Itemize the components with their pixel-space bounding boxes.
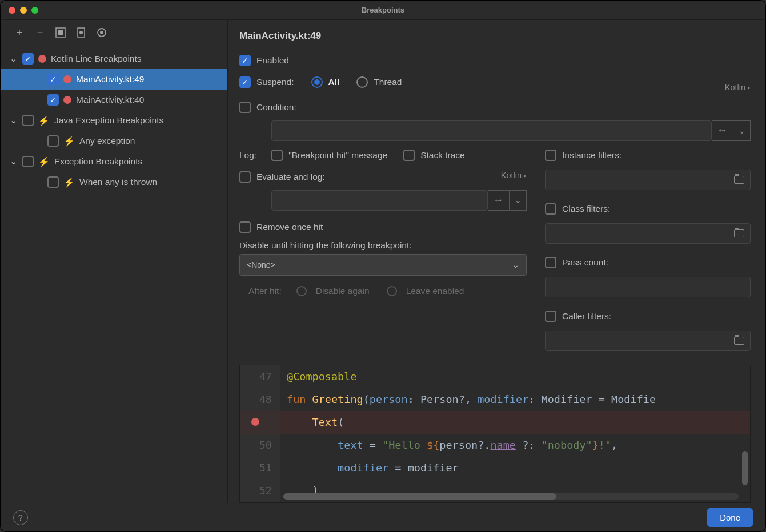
remove-once-label: Remove once hit <box>256 222 323 232</box>
tree-label: Java Exception Breakpoints <box>54 115 163 126</box>
log-hit-checkbox[interactable] <box>271 150 283 161</box>
class-filters-input[interactable] <box>545 223 751 244</box>
titlebar: Breakpoints <box>1 1 765 20</box>
chevron-down-icon: ⌄ <box>512 260 519 269</box>
tree-item-any-exception[interactable]: ⚡ Any exception <box>1 131 227 151</box>
tree-item-mainactivity-49[interactable]: MainActivity.kt:49 <box>1 69 227 90</box>
after-leave-label: Leave enabled <box>406 286 464 296</box>
checkbox[interactable] <box>22 53 34 65</box>
breakpoint-icon <box>63 75 71 83</box>
suspend-label: Suspend: <box>256 77 294 87</box>
tree-group-java-exception[interactable]: ⌄ ⚡ Java Exception Breakpoints <box>1 110 227 131</box>
breakpoint-icon <box>38 55 46 63</box>
gutter[interactable]: 51 <box>240 457 280 479</box>
help-button[interactable]: ? <box>13 510 28 525</box>
class-filters-checkbox[interactable] <box>545 203 556 215</box>
checkbox[interactable] <box>47 135 59 147</box>
pass-count-checkbox[interactable] <box>545 257 556 268</box>
browse-icon[interactable] <box>734 337 744 345</box>
vertical-scrollbar[interactable] <box>742 451 748 485</box>
tree-label: Any exception <box>79 136 135 146</box>
after-leave-radio <box>387 286 397 296</box>
gutter[interactable]: 48 <box>240 388 280 411</box>
done-button[interactable]: Done <box>707 508 753 527</box>
breakpoint-icon[interactable] <box>251 418 259 426</box>
disable-until-select[interactable]: <None> ⌄ <box>239 254 527 276</box>
gutter[interactable] <box>240 411 280 434</box>
caller-filters-checkbox[interactable] <box>545 311 556 322</box>
group-by-file-icon[interactable] <box>75 26 87 39</box>
eval-checkbox[interactable] <box>239 171 251 183</box>
gutter[interactable]: 50 <box>240 434 280 457</box>
condition-label: Condition: <box>256 102 296 112</box>
instance-filters-checkbox[interactable] <box>545 150 556 161</box>
condition-input[interactable] <box>271 120 712 141</box>
tree-toolbar: + − <box>1 20 227 45</box>
caller-filters-label: Caller filters: <box>562 311 611 321</box>
log-label: Log: <box>239 150 256 160</box>
condition-lang-hint[interactable]: Kotlin ▸ <box>725 83 751 92</box>
remove-icon[interactable]: − <box>34 26 46 39</box>
exception-icon: ⚡ <box>38 115 50 126</box>
after-disable-radio <box>296 286 307 296</box>
gutter[interactable]: 47 <box>240 365 280 388</box>
breakpoints-dialog: Breakpoints + − ⌄ Kotlin Line Breakpoint… <box>0 0 766 532</box>
tree-label: MainActivity.kt:40 <box>76 95 144 105</box>
tree-group-kotlin-line[interactable]: ⌄ Kotlin Line Breakpoints <box>1 49 227 69</box>
expand-icon[interactable]: ⤢ <box>488 190 510 211</box>
tree-label: Exception Breakpoints <box>54 156 142 167</box>
dropdown-icon[interactable]: ⌄ <box>510 190 527 211</box>
expand-icon[interactable]: ⤢ <box>712 120 733 141</box>
chevron-icon: ▸ <box>748 84 751 91</box>
after-hit-label: After hit: <box>248 286 282 296</box>
pass-count-label: Pass count: <box>562 257 608 268</box>
enabled-checkbox[interactable] <box>239 55 251 66</box>
breakpoint-title: MainActivity.kt:49 <box>239 30 751 42</box>
svg-rect-1 <box>58 30 63 35</box>
chevron-down-icon[interactable]: ⌄ <box>9 54 18 64</box>
eval-label: Evaluate and log: <box>256 172 325 182</box>
chevron-down-icon[interactable]: ⌄ <box>9 156 18 167</box>
caller-filters-input[interactable] <box>545 331 751 351</box>
tree-group-exception[interactable]: ⌄ ⚡ Exception Breakpoints <box>1 151 227 172</box>
pass-count-input[interactable] <box>545 277 751 297</box>
suspend-checkbox[interactable] <box>239 76 251 88</box>
chevron-down-icon[interactable]: ⌄ <box>9 115 18 126</box>
svg-point-3 <box>79 31 83 34</box>
log-hit-label: "Breakpoint hit" message <box>288 150 387 160</box>
checkbox[interactable] <box>22 115 34 126</box>
window-title: Breakpoints <box>1 6 765 14</box>
log-stack-checkbox[interactable] <box>403 150 415 161</box>
instance-filters-input[interactable] <box>545 170 751 190</box>
suspend-thread-radio[interactable] <box>356 76 368 88</box>
eval-lang-hint[interactable]: Kotlin ▸ <box>501 171 527 180</box>
remove-once-checkbox[interactable] <box>239 221 251 233</box>
condition-checkbox[interactable] <box>239 102 251 113</box>
gutter[interactable]: 52 <box>240 479 280 502</box>
log-stack-label: Stack trace <box>420 150 465 160</box>
eval-input[interactable] <box>271 190 488 211</box>
checkbox[interactable] <box>22 156 34 167</box>
browse-icon[interactable] <box>734 176 744 184</box>
code-preview[interactable]: 47@Composable 48fun Greeting(person: Per… <box>239 365 751 503</box>
breakpoint-detail-panel: MainActivity.kt:49 Enabled Suspend: All … <box>228 20 765 503</box>
group-by-package-icon[interactable] <box>54 26 67 39</box>
tree-item-mainactivity-40[interactable]: MainActivity.kt:40 <box>1 90 227 110</box>
horizontal-scrollbar[interactable] <box>283 493 739 500</box>
dropdown-icon[interactable]: ⌄ <box>733 120 751 141</box>
suspend-all-radio[interactable] <box>311 76 323 88</box>
exception-icon: ⚡ <box>38 156 50 167</box>
add-icon[interactable]: + <box>13 26 26 39</box>
checkbox[interactable] <box>47 94 59 106</box>
breakpoint-icon <box>63 96 71 104</box>
checkbox[interactable] <box>47 176 59 188</box>
browse-icon[interactable] <box>734 229 744 237</box>
view-options-icon[interactable] <box>95 26 108 39</box>
tree-item-when-any-thrown[interactable]: ⚡ When any is thrown <box>1 172 227 192</box>
exception-icon: ⚡ <box>63 136 75 147</box>
breakpoint-tree[interactable]: ⌄ Kotlin Line Breakpoints MainActivity.k… <box>1 45 227 192</box>
tree-label: When any is thrown <box>79 177 157 187</box>
tree-label: MainActivity.kt:49 <box>76 74 144 84</box>
checkbox[interactable] <box>47 74 59 85</box>
after-disable-label: Disable again <box>316 286 370 296</box>
